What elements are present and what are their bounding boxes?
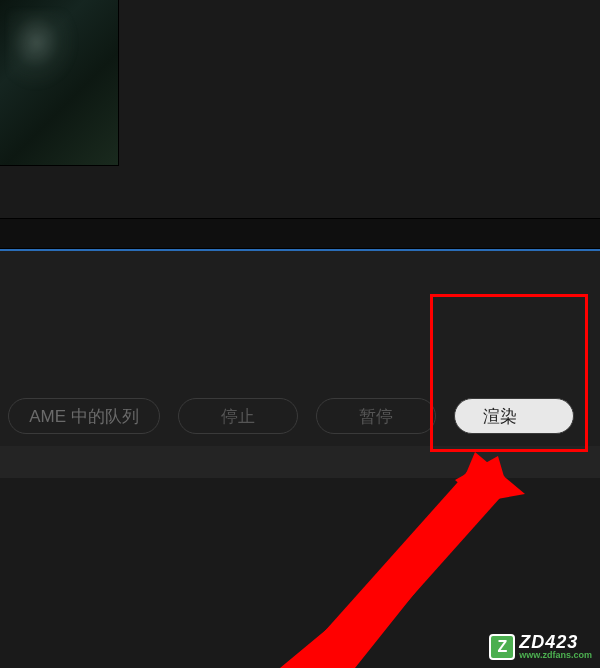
thumbnail-image — [8, 10, 78, 90]
preview-panel — [0, 0, 600, 218]
ame-queue-button[interactable]: AME 中的队列 — [8, 398, 160, 434]
watermark-url: www.zdfans.com — [519, 651, 592, 660]
watermark-badge-icon: Z — [489, 634, 515, 660]
watermark-badge-letter: Z — [497, 638, 507, 656]
render-label: 渲染 — [483, 405, 517, 428]
pause-label: 暂停 — [359, 405, 393, 428]
ame-queue-label: AME 中的队列 — [29, 405, 139, 428]
app-window: AME 中的队列 停止 暂停 渲染 Z ZD423 — [0, 0, 600, 668]
pause-button[interactable]: 暂停 — [316, 398, 436, 434]
render-queue-panel — [0, 251, 600, 386]
render-button[interactable]: 渲染 — [454, 398, 574, 434]
stop-button[interactable]: 停止 — [178, 398, 298, 434]
panel-divider — [0, 218, 600, 249]
watermark-brand: ZD423 — [519, 633, 592, 651]
stop-label: 停止 — [221, 405, 255, 428]
render-controls-row: AME 中的队列 停止 暂停 渲染 — [0, 386, 600, 446]
watermark: Z ZD423 www.zdfans.com — [489, 633, 592, 660]
composition-thumbnail[interactable] — [0, 0, 119, 166]
watermark-text-group: ZD423 www.zdfans.com — [519, 633, 592, 660]
status-bar — [0, 446, 600, 478]
